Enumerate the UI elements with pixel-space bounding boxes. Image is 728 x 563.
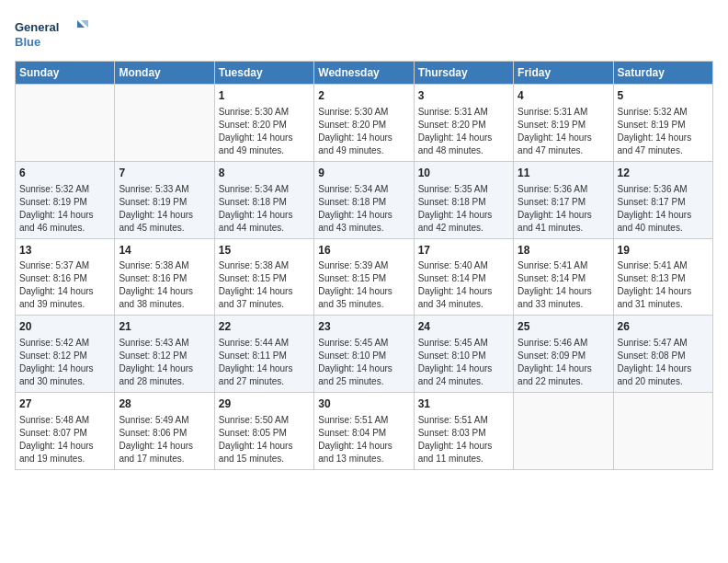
day-info: Sunrise: 5:37 AM Sunset: 8:16 PM Dayligh… [19, 259, 110, 311]
day-info: Sunrise: 5:39 AM Sunset: 8:15 PM Dayligh… [318, 259, 409, 311]
day-info: Sunrise: 5:31 AM Sunset: 8:19 PM Dayligh… [518, 106, 609, 157]
day-number: 26 [618, 319, 709, 335]
col-header-tuesday: Tuesday [214, 62, 313, 85]
calendar-cell: 13Sunrise: 5:37 AM Sunset: 8:16 PM Dayli… [16, 238, 115, 316]
day-info: Sunrise: 5:43 AM Sunset: 8:12 PM Dayligh… [119, 337, 210, 388]
day-info: Sunrise: 5:51 AM Sunset: 8:04 PM Dayligh… [318, 414, 409, 465]
day-info: Sunrise: 5:45 AM Sunset: 8:10 PM Dayligh… [418, 337, 509, 388]
calendar-cell: 28Sunrise: 5:49 AM Sunset: 8:06 PM Dayli… [115, 393, 214, 470]
day-info: Sunrise: 5:35 AM Sunset: 8:18 PM Dayligh… [418, 183, 509, 235]
day-number: 9 [318, 166, 409, 181]
calendar-cell: 8Sunrise: 5:34 AM Sunset: 8:18 PM Daylig… [214, 161, 313, 238]
day-info: Sunrise: 5:41 AM Sunset: 8:13 PM Dayligh… [618, 259, 709, 311]
day-number: 28 [119, 396, 210, 412]
day-info: Sunrise: 5:36 AM Sunset: 8:17 PM Dayligh… [618, 183, 709, 235]
day-info: Sunrise: 5:50 AM Sunset: 8:05 PM Dayligh… [219, 414, 310, 465]
calendar-cell [514, 393, 613, 470]
calendar-cell: 21Sunrise: 5:43 AM Sunset: 8:12 PM Dayli… [115, 316, 214, 393]
calendar-cell: 11Sunrise: 5:36 AM Sunset: 8:17 PM Dayli… [514, 161, 613, 238]
calendar-cell: 15Sunrise: 5:38 AM Sunset: 8:15 PM Dayli… [214, 238, 313, 316]
calendar-cell: 5Sunrise: 5:32 AM Sunset: 8:19 PM Daylig… [613, 85, 712, 162]
day-info: Sunrise: 5:46 AM Sunset: 8:09 PM Dayligh… [518, 337, 609, 388]
calendar-cell: 26Sunrise: 5:47 AM Sunset: 8:08 PM Dayli… [613, 316, 712, 393]
day-info: Sunrise: 5:32 AM Sunset: 8:19 PM Dayligh… [618, 106, 709, 157]
day-number: 5 [618, 88, 709, 104]
day-number: 3 [418, 88, 509, 104]
day-number: 2 [318, 88, 409, 104]
col-header-sunday: Sunday [16, 62, 115, 85]
calendar-cell: 17Sunrise: 5:40 AM Sunset: 8:14 PM Dayli… [414, 238, 513, 316]
day-info: Sunrise: 5:38 AM Sunset: 8:16 PM Dayligh… [119, 259, 210, 311]
col-header-saturday: Saturday [613, 62, 712, 85]
day-number: 6 [19, 166, 110, 181]
col-header-wednesday: Wednesday [314, 62, 414, 85]
calendar-cell: 2Sunrise: 5:30 AM Sunset: 8:20 PM Daylig… [314, 85, 414, 162]
calendar-cell [613, 393, 712, 470]
day-number: 23 [318, 319, 409, 335]
calendar-cell: 12Sunrise: 5:36 AM Sunset: 8:17 PM Dayli… [613, 161, 712, 238]
day-info: Sunrise: 5:30 AM Sunset: 8:20 PM Dayligh… [318, 106, 409, 157]
day-info: Sunrise: 5:34 AM Sunset: 8:18 PM Dayligh… [318, 183, 409, 235]
calendar-cell: 7Sunrise: 5:33 AM Sunset: 8:19 PM Daylig… [115, 161, 214, 238]
day-info: Sunrise: 5:47 AM Sunset: 8:08 PM Dayligh… [618, 337, 709, 388]
day-info: Sunrise: 5:32 AM Sunset: 8:19 PM Dayligh… [19, 183, 110, 235]
calendar-cell: 14Sunrise: 5:38 AM Sunset: 8:16 PM Dayli… [115, 238, 214, 316]
day-number: 18 [518, 243, 609, 259]
calendar-week-row: 13Sunrise: 5:37 AM Sunset: 8:16 PM Dayli… [16, 238, 713, 316]
calendar-week-row: 1Sunrise: 5:30 AM Sunset: 8:20 PM Daylig… [16, 85, 713, 162]
day-number: 27 [19, 396, 110, 412]
calendar-cell [16, 85, 115, 162]
calendar-cell: 25Sunrise: 5:46 AM Sunset: 8:09 PM Dayli… [514, 316, 613, 393]
day-number: 16 [318, 243, 409, 259]
day-number: 29 [219, 396, 310, 412]
day-info: Sunrise: 5:34 AM Sunset: 8:18 PM Dayligh… [219, 183, 310, 235]
day-number: 31 [418, 396, 509, 412]
calendar-week-row: 20Sunrise: 5:42 AM Sunset: 8:12 PM Dayli… [16, 316, 713, 393]
day-number: 1 [219, 88, 310, 104]
day-number: 25 [518, 319, 609, 335]
day-number: 19 [618, 243, 709, 259]
day-info: Sunrise: 5:41 AM Sunset: 8:14 PM Dayligh… [518, 259, 609, 311]
calendar-cell: 6Sunrise: 5:32 AM Sunset: 8:19 PM Daylig… [16, 161, 115, 238]
day-info: Sunrise: 5:40 AM Sunset: 8:14 PM Dayligh… [418, 259, 509, 311]
logo: General Blue [15, 15, 88, 52]
calendar-week-row: 6Sunrise: 5:32 AM Sunset: 8:19 PM Daylig… [16, 161, 713, 238]
svg-text:Blue: Blue [15, 35, 40, 49]
day-number: 11 [518, 166, 609, 181]
calendar-cell: 16Sunrise: 5:39 AM Sunset: 8:15 PM Dayli… [314, 238, 414, 316]
day-info: Sunrise: 5:48 AM Sunset: 8:07 PM Dayligh… [19, 414, 110, 465]
day-number: 21 [119, 319, 210, 335]
day-info: Sunrise: 5:33 AM Sunset: 8:19 PM Dayligh… [119, 183, 210, 235]
logo-svg: General Blue [15, 15, 88, 52]
calendar-cell: 20Sunrise: 5:42 AM Sunset: 8:12 PM Dayli… [16, 316, 115, 393]
day-number: 24 [418, 319, 509, 335]
calendar-cell: 23Sunrise: 5:45 AM Sunset: 8:10 PM Dayli… [314, 316, 414, 393]
day-info: Sunrise: 5:45 AM Sunset: 8:10 PM Dayligh… [318, 337, 409, 388]
day-number: 30 [318, 396, 409, 412]
day-info: Sunrise: 5:42 AM Sunset: 8:12 PM Dayligh… [19, 337, 110, 388]
day-number: 12 [618, 166, 709, 181]
day-info: Sunrise: 5:36 AM Sunset: 8:17 PM Dayligh… [518, 183, 609, 235]
calendar-cell: 10Sunrise: 5:35 AM Sunset: 8:18 PM Dayli… [414, 161, 513, 238]
calendar-week-row: 27Sunrise: 5:48 AM Sunset: 8:07 PM Dayli… [16, 393, 713, 470]
day-info: Sunrise: 5:31 AM Sunset: 8:20 PM Dayligh… [418, 106, 509, 157]
day-number: 22 [219, 319, 310, 335]
calendar-cell: 30Sunrise: 5:51 AM Sunset: 8:04 PM Dayli… [314, 393, 414, 470]
day-info: Sunrise: 5:30 AM Sunset: 8:20 PM Dayligh… [219, 106, 310, 157]
svg-text:General: General [15, 20, 59, 34]
day-info: Sunrise: 5:51 AM Sunset: 8:03 PM Dayligh… [418, 414, 509, 465]
day-number: 10 [418, 166, 509, 181]
day-number: 14 [119, 243, 210, 259]
day-number: 17 [418, 243, 509, 259]
day-number: 7 [119, 166, 210, 181]
day-number: 13 [19, 243, 110, 259]
calendar-cell: 22Sunrise: 5:44 AM Sunset: 8:11 PM Dayli… [214, 316, 313, 393]
col-header-friday: Friday [514, 62, 613, 85]
calendar-cell: 31Sunrise: 5:51 AM Sunset: 8:03 PM Dayli… [414, 393, 513, 470]
col-header-monday: Monday [115, 62, 214, 85]
day-number: 15 [219, 243, 310, 259]
day-info: Sunrise: 5:44 AM Sunset: 8:11 PM Dayligh… [219, 337, 310, 388]
calendar-cell: 9Sunrise: 5:34 AM Sunset: 8:18 PM Daylig… [314, 161, 414, 238]
calendar-cell: 4Sunrise: 5:31 AM Sunset: 8:19 PM Daylig… [514, 85, 613, 162]
calendar-cell: 18Sunrise: 5:41 AM Sunset: 8:14 PM Dayli… [514, 238, 613, 316]
